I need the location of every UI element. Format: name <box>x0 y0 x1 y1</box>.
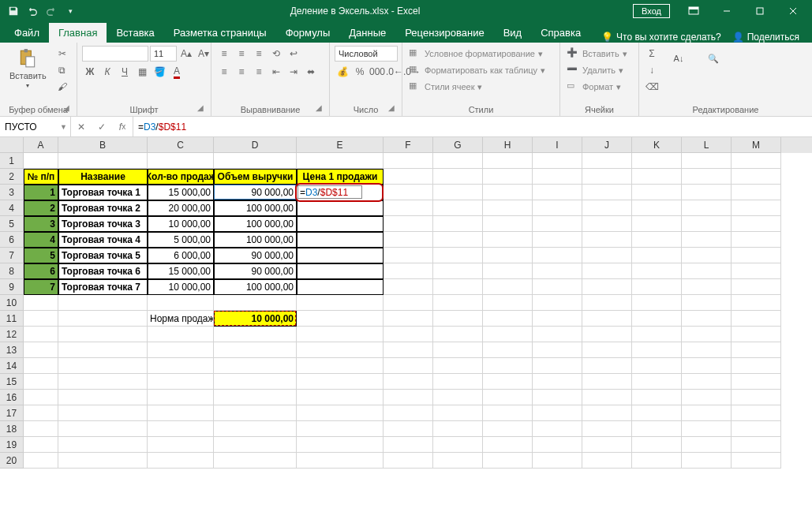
cell[interactable] <box>384 216 433 232</box>
cell[interactable]: 100 000,00 <box>214 216 297 232</box>
cell[interactable] <box>582 405 632 421</box>
col-header-G[interactable]: G <box>433 137 483 153</box>
row-header-13[interactable]: 13 <box>0 342 24 358</box>
maximize-button[interactable] <box>744 2 776 21</box>
tab-файл[interactable]: Файл <box>5 23 49 43</box>
cell[interactable] <box>582 374 632 390</box>
col-header-D[interactable]: D <box>214 137 297 153</box>
wrap-text-icon[interactable]: ↩ <box>286 46 301 62</box>
col-header-A[interactable]: A <box>24 137 58 153</box>
cell[interactable] <box>682 358 732 374</box>
cell[interactable] <box>632 358 682 374</box>
cell[interactable] <box>483 327 533 342</box>
cell[interactable] <box>732 453 781 469</box>
cell[interactable] <box>582 421 632 437</box>
increase-font-icon[interactable]: A▴ <box>178 46 194 62</box>
cell[interactable] <box>384 453 433 469</box>
row-header-14[interactable]: 14 <box>0 358 24 374</box>
cell[interactable] <box>632 295 682 311</box>
cell[interactable] <box>297 153 384 169</box>
cell[interactable] <box>732 405 781 421</box>
cell[interactable] <box>433 185 483 200</box>
spreadsheet-grid[interactable]: 1234567891011121314151617181920 ABCDEFGH… <box>0 137 812 519</box>
fx-button[interactable]: fx <box>112 121 133 133</box>
cell[interactable] <box>384 153 433 169</box>
cell[interactable] <box>297 232 384 248</box>
share-button[interactable]: 👤Поделиться <box>732 32 799 43</box>
format-cells-button[interactable]: ▭Формат ▾ <box>565 79 629 95</box>
cancel-formula-button[interactable]: ✕ <box>71 121 92 133</box>
dialog-launcher-icon[interactable]: ◢ <box>61 103 72 114</box>
cell[interactable] <box>732 311 781 327</box>
cell[interactable] <box>58 342 148 358</box>
row-header-19[interactable]: 19 <box>0 437 24 453</box>
cell[interactable] <box>214 295 297 311</box>
cell[interactable] <box>682 248 732 263</box>
cell[interactable] <box>58 405 148 421</box>
tab-вставка[interactable]: Вставка <box>107 23 163 43</box>
cell[interactable]: Торговая точка 6 <box>58 263 148 279</box>
cell[interactable] <box>732 200 781 216</box>
align-center-icon[interactable]: ≡ <box>234 64 249 80</box>
cell[interactable] <box>148 405 214 421</box>
select-all-corner[interactable] <box>0 137 24 153</box>
cell[interactable] <box>632 263 682 279</box>
cell[interactable] <box>297 200 384 216</box>
cell[interactable]: 90 000,00 <box>214 185 297 200</box>
cell[interactable] <box>483 216 533 232</box>
cell[interactable] <box>582 342 632 358</box>
cell[interactable] <box>384 311 433 327</box>
row-header-18[interactable]: 18 <box>0 421 24 437</box>
font-color-icon[interactable]: A <box>169 64 185 80</box>
cell[interactable] <box>732 374 781 390</box>
col-header-F[interactable]: F <box>384 137 433 153</box>
login-button[interactable]: Вход <box>633 4 670 18</box>
align-right-icon[interactable]: ≡ <box>251 64 267 80</box>
cell[interactable] <box>682 437 732 453</box>
cell[interactable] <box>483 248 533 263</box>
tab-вид[interactable]: Вид <box>494 23 532 43</box>
formula-input[interactable]: =D3/$D$11 <box>133 117 812 136</box>
cell[interactable] <box>632 437 682 453</box>
cell[interactable] <box>58 437 148 453</box>
cell[interactable] <box>214 327 297 342</box>
cell[interactable] <box>732 358 781 374</box>
cell[interactable] <box>632 232 682 248</box>
cut-icon[interactable]: ✂ <box>54 46 70 62</box>
minimize-button[interactable] <box>711 2 743 21</box>
undo-icon[interactable] <box>25 4 39 18</box>
cell[interactable] <box>297 216 384 232</box>
cell[interactable] <box>214 421 297 437</box>
cell[interactable] <box>24 153 58 169</box>
cell[interactable] <box>533 263 582 279</box>
row-header-3[interactable]: 3 <box>0 185 24 200</box>
cell[interactable] <box>582 169 632 185</box>
cell[interactable] <box>732 216 781 232</box>
cell-styles-button[interactable]: ▦Стили ячеек ▾ <box>407 79 547 95</box>
cell[interactable]: 10 000,00 <box>214 311 297 327</box>
cell[interactable] <box>582 232 632 248</box>
cell[interactable] <box>533 358 582 374</box>
cell[interactable] <box>24 358 58 374</box>
cell[interactable] <box>682 453 732 469</box>
cell[interactable]: 90 000,00 <box>214 263 297 279</box>
cell[interactable] <box>732 390 781 405</box>
cell[interactable]: 15 000,00 <box>148 263 214 279</box>
cell[interactable] <box>433 295 483 311</box>
cell[interactable] <box>632 405 682 421</box>
row-header-20[interactable]: 20 <box>0 453 24 469</box>
cell[interactable] <box>384 232 433 248</box>
cell[interactable] <box>533 216 582 232</box>
cell[interactable] <box>433 405 483 421</box>
cell[interactable] <box>58 390 148 405</box>
border-icon[interactable]: ▦ <box>134 64 150 80</box>
cell[interactable] <box>24 453 58 469</box>
cell[interactable] <box>682 153 732 169</box>
row-header-6[interactable]: 6 <box>0 232 24 248</box>
increase-decimal-icon[interactable]: .0← <box>387 64 402 80</box>
cell[interactable] <box>24 311 58 327</box>
fill-color-icon[interactable]: 🪣 <box>152 64 167 80</box>
align-middle-icon[interactable]: ≡ <box>234 46 249 62</box>
tell-me[interactable]: 💡Что вы хотите сделать? <box>601 32 721 43</box>
cell[interactable] <box>682 405 732 421</box>
